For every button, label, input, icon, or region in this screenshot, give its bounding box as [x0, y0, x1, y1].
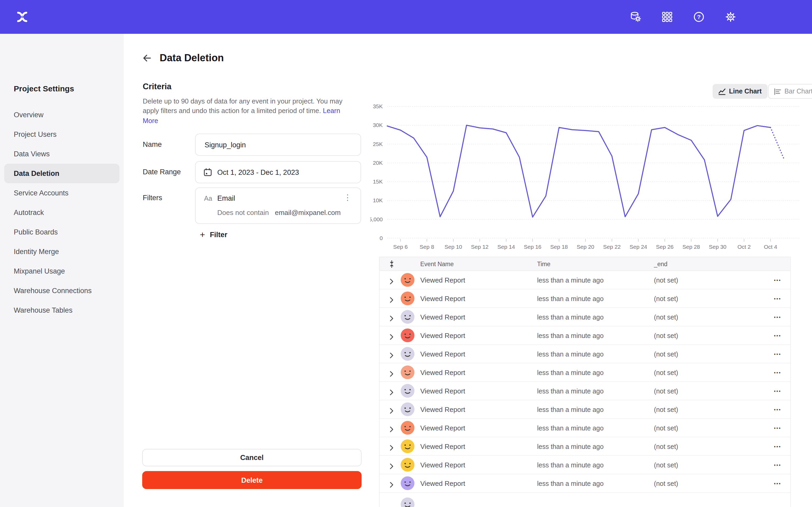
event-name-cell: Viewed Report	[420, 295, 465, 302]
expand-row-icon[interactable]	[390, 351, 394, 361]
end-cell: (not set)	[654, 314, 678, 321]
event-name-cell: Viewed Report	[420, 424, 465, 432]
expand-row-icon[interactable]	[390, 425, 394, 435]
row-menu-button[interactable]: •••	[771, 425, 784, 432]
filter-menu-button[interactable]: ⋮	[341, 193, 355, 202]
avatar	[401, 439, 414, 453]
expand-row-icon[interactable]	[390, 388, 394, 398]
row-menu-button[interactable]: •••	[771, 481, 784, 487]
name-input[interactable]: Signup_login	[195, 133, 361, 156]
sidebar-item-overview[interactable]: Overview	[4, 105, 119, 125]
sidebar-item-data-deletion[interactable]: Data Deletion	[4, 164, 119, 183]
svg-text:5,000: 5,000	[370, 216, 383, 222]
sidebar-item-public-boards[interactable]: Public Boards	[4, 222, 119, 242]
end-cell: (not set)	[654, 425, 678, 432]
expand-row-icon[interactable]	[390, 333, 394, 342]
sidebar-item-autotrack[interactable]: Autotrack	[4, 203, 119, 222]
svg-text:35K: 35K	[373, 103, 383, 109]
database-gear-icon[interactable]	[629, 11, 642, 23]
time-cell: less than a minute ago	[537, 332, 604, 340]
criteria-description: Delete up to 90 days of data for any eve…	[143, 97, 343, 126]
row-menu-button[interactable]: •••	[771, 277, 784, 284]
row-menu-button[interactable]: •••	[771, 462, 784, 468]
collapse-rows-icon[interactable]	[389, 260, 395, 270]
time-cell: less than a minute ago	[537, 295, 604, 302]
row-menu-button[interactable]: •••	[771, 407, 784, 413]
row-menu-button[interactable]: •••	[771, 296, 784, 302]
event-name-cell: Viewed Report	[420, 332, 465, 340]
avatar	[401, 384, 414, 398]
add-filter-button[interactable]: + Filter	[200, 230, 227, 239]
table-header: Event Name Time _end	[379, 257, 790, 271]
events-line-chart: 05,00010K15K20K25K30K35KSep 6Sep 8Sep 10…	[370, 100, 809, 259]
sidebar-item-service-accounts[interactable]: Service Accounts	[4, 183, 119, 203]
sidebar-title: Project Settings	[14, 84, 74, 93]
end-cell: (not set)	[654, 295, 678, 302]
avatar	[401, 347, 414, 361]
svg-text:?: ?	[697, 14, 701, 20]
filter-property: Email	[217, 194, 235, 202]
mixpanel-logo[interactable]	[16, 11, 28, 23]
svg-text:Oct 2: Oct 2	[738, 244, 751, 250]
row-menu-button[interactable]: •••	[771, 370, 784, 376]
bar-chart-toggle[interactable]: Bar Chart	[768, 84, 812, 99]
table-row: Viewed Reportless than a minute ago(not …	[379, 326, 790, 345]
sidebar-item-identity-merge[interactable]: Identity Merge	[4, 242, 119, 262]
event-name-cell: Viewed Report	[420, 350, 465, 358]
row-menu-button[interactable]: •••	[771, 388, 784, 395]
cancel-button[interactable]: Cancel	[142, 449, 362, 466]
sidebar-item-warehouse-connections[interactable]: Warehouse Connections	[4, 281, 119, 300]
sidebar-item-project-users[interactable]: Project Users	[4, 125, 119, 144]
avatar	[401, 365, 414, 379]
line-chart-toggle[interactable]: Line Chart	[713, 84, 768, 99]
expand-row-icon[interactable]	[390, 462, 394, 471]
svg-text:Sep 10: Sep 10	[445, 244, 462, 250]
event-name-cell: Viewed Report	[420, 406, 465, 413]
expand-row-icon[interactable]	[390, 481, 394, 490]
avatar	[401, 458, 414, 471]
end-cell: (not set)	[654, 277, 678, 284]
column-header-end[interactable]: _end	[654, 261, 667, 267]
expand-row-icon[interactable]	[390, 370, 394, 379]
column-header-event-name[interactable]: Event Name	[420, 261, 454, 267]
time-cell: less than a minute ago	[537, 277, 604, 284]
back-button[interactable]	[141, 53, 153, 64]
time-cell: less than a minute ago	[537, 480, 604, 488]
row-menu-button[interactable]: •••	[771, 351, 784, 357]
row-menu-button[interactable]: •••	[771, 314, 784, 321]
table-body: Viewed Reportless than a minute ago(not …	[379, 271, 790, 507]
sidebar-item-mixpanel-usage[interactable]: Mixpanel Usage	[4, 262, 119, 281]
event-name-cell: Viewed Report	[420, 387, 465, 395]
expand-row-icon[interactable]	[390, 314, 394, 324]
expand-row-icon[interactable]	[390, 444, 394, 453]
expand-row-icon[interactable]	[390, 277, 394, 287]
sidebar-item-data-views[interactable]: Data Views	[4, 144, 119, 164]
filter-card[interactable]: Aa Email ⋮ Does not contain email@mixpan…	[195, 187, 361, 224]
help-icon[interactable]: ?	[693, 11, 705, 23]
svg-text:30K: 30K	[373, 122, 383, 128]
date-range-input[interactable]: Oct 1, 2023 - Dec 1, 2023	[195, 161, 361, 183]
avatar	[401, 329, 414, 342]
sidebar: Project Settings OverviewProject UsersDa…	[0, 34, 124, 507]
svg-text:Sep 24: Sep 24	[629, 244, 647, 250]
svg-text:20K: 20K	[373, 160, 383, 166]
apps-grid-icon[interactable]	[661, 11, 673, 23]
line-chart-icon	[718, 88, 726, 95]
name-label: Name	[143, 140, 162, 149]
svg-text:Sep 8: Sep 8	[420, 244, 434, 250]
sidebar-item-warehouse-tables[interactable]: Warehouse Tables	[4, 300, 119, 320]
criteria-description-text: Delete up to 90 days of data for any eve…	[143, 97, 343, 115]
row-menu-button[interactable]: •••	[771, 333, 784, 339]
end-cell: (not set)	[654, 443, 678, 450]
delete-button[interactable]: Delete	[142, 471, 362, 489]
line-chart-toggle-label: Line Chart	[729, 88, 762, 95]
filters-label: Filters	[143, 194, 162, 202]
expand-row-icon[interactable]	[390, 407, 394, 416]
expand-row-icon[interactable]	[390, 296, 394, 305]
settings-gear-icon[interactable]	[724, 11, 737, 23]
row-menu-button[interactable]: •••	[771, 444, 784, 450]
time-cell: less than a minute ago	[537, 351, 604, 358]
table-row: Viewed Reportless than a minute ago(not …	[379, 363, 790, 382]
svg-text:Sep 14: Sep 14	[498, 244, 515, 250]
column-header-time[interactable]: Time	[537, 261, 550, 267]
